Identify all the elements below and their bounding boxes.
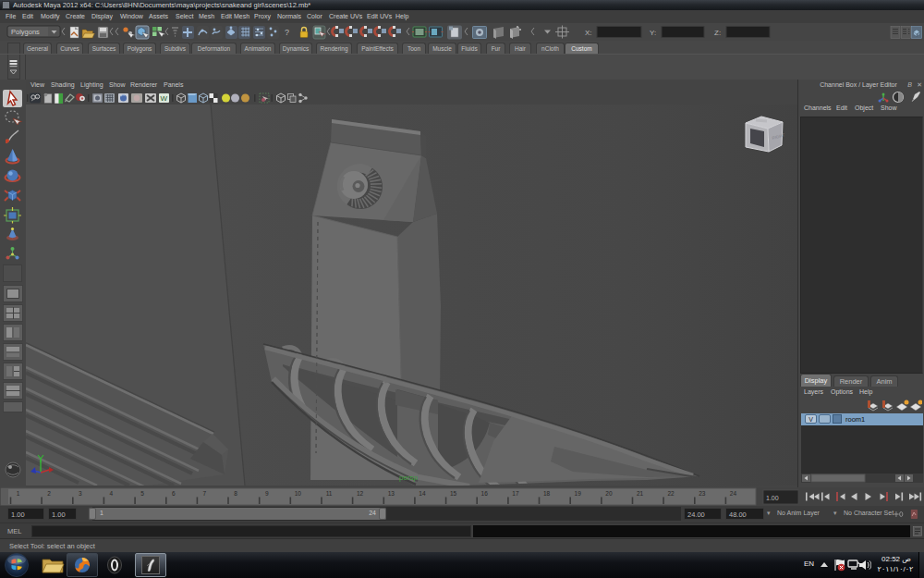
svg-text:6: 6	[172, 490, 176, 497]
svg-text:11: 11	[326, 490, 333, 497]
svg-text:10: 10	[295, 490, 302, 497]
svg-text:Polygons: Polygons	[11, 28, 40, 36]
svg-text:4: 4	[110, 490, 114, 497]
svg-text:13: 13	[388, 490, 395, 497]
svg-text:16: 16	[481, 490, 489, 497]
svg-text:19: 19	[575, 490, 582, 497]
svg-text:22: 22	[667, 490, 675, 497]
svg-text:W: W	[161, 94, 168, 103]
svg-text:persp: persp	[399, 473, 419, 482]
svg-text:1.00: 1.00	[766, 495, 779, 501]
svg-text:17: 17	[512, 490, 519, 497]
svg-text:23: 23	[699, 490, 706, 497]
svg-text:Y:: Y:	[650, 29, 656, 37]
svg-text:24: 24	[730, 490, 737, 497]
svg-text:Z:: Z:	[714, 29, 721, 37]
svg-text:18: 18	[543, 490, 551, 497]
svg-text:5: 5	[140, 490, 144, 497]
svg-text:14: 14	[419, 490, 426, 497]
svg-text:X:: X:	[585, 29, 592, 37]
svg-text:?: ?	[285, 28, 289, 37]
svg-text:15: 15	[450, 490, 457, 497]
svg-text:8: 8	[234, 490, 237, 497]
svg-text:21: 21	[637, 490, 644, 497]
svg-text:9: 9	[265, 490, 269, 497]
svg-text:12: 12	[357, 490, 364, 497]
svg-text:2: 2	[47, 490, 51, 497]
svg-text:1: 1	[17, 490, 20, 497]
svg-text:3: 3	[79, 490, 82, 497]
svg-text:7: 7	[203, 490, 207, 497]
svg-text:20: 20	[605, 490, 613, 497]
